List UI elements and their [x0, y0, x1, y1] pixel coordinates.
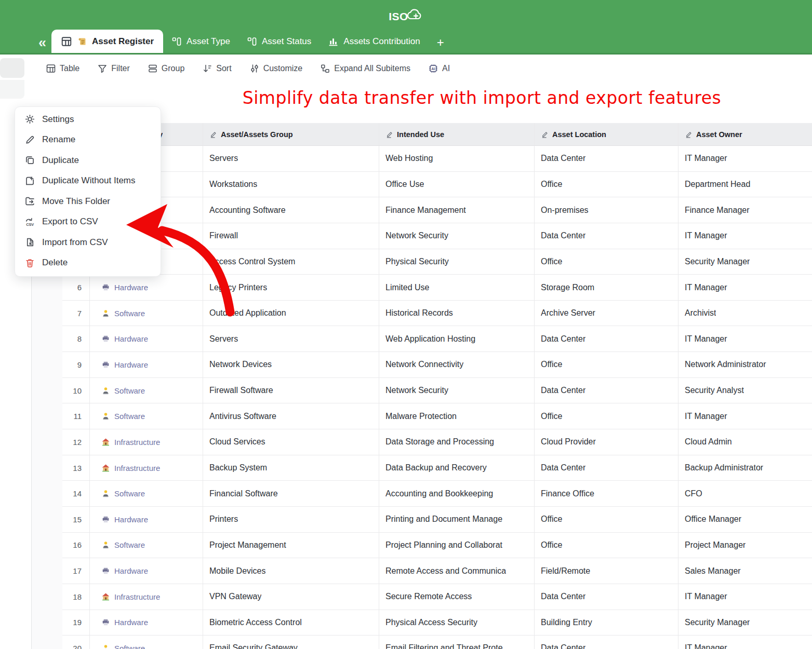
cell-asset-location[interactable]: Data Center: [534, 378, 678, 404]
cell-intended-use[interactable]: Limited Use: [379, 275, 534, 301]
cell-asset-category[interactable]: Software: [89, 403, 203, 429]
cell-asset-group[interactable]: Network Devices: [203, 352, 379, 378]
cell-asset-location[interactable]: Office: [534, 533, 678, 559]
cell-intended-use[interactable]: Web Hosting: [379, 146, 534, 172]
row-number[interactable]: 18: [62, 584, 89, 610]
left-rail-tile[interactable]: [0, 80, 24, 99]
cell-asset-location[interactable]: Office: [534, 507, 678, 533]
cell-intended-use[interactable]: Network Connectivity: [379, 352, 534, 378]
cell-asset-location[interactable]: On-premises: [534, 197, 678, 223]
cell-asset-owner[interactable]: IT Manager: [678, 146, 812, 172]
menu-item-move-this-folder[interactable]: Move This Folder: [15, 191, 161, 212]
cell-asset-category[interactable]: Software: [89, 636, 203, 649]
cell-asset-category[interactable]: Hardware: [89, 610, 203, 636]
cell-asset-group[interactable]: Project Management: [203, 533, 379, 559]
row-number[interactable]: 17: [62, 558, 89, 584]
cell-asset-group[interactable]: Workstations: [203, 172, 379, 198]
tab-assets-contribution[interactable]: Assets Contribution: [320, 30, 428, 53]
row-number[interactable]: 8: [62, 326, 89, 352]
cell-asset-owner[interactable]: Backup Administrator: [678, 455, 812, 481]
cell-intended-use[interactable]: Physical Security: [379, 249, 534, 275]
cell-asset-location[interactable]: Building Entry: [534, 610, 678, 636]
cell-intended-use[interactable]: Accounting and Bookkeeping: [379, 481, 534, 507]
row-number[interactable]: 13: [62, 455, 89, 481]
row-number[interactable]: 7: [62, 301, 89, 327]
cell-asset-owner[interactable]: CFO: [678, 481, 812, 507]
cell-intended-use[interactable]: Email Filtering and Threat Prote: [379, 636, 534, 649]
toolbar-ai-button[interactable]: AIAI: [428, 63, 450, 74]
cell-asset-owner[interactable]: Network Administrator: [678, 352, 812, 378]
cell-intended-use[interactable]: Office Use: [379, 172, 534, 198]
cell-asset-group[interactable]: Printers: [203, 507, 379, 533]
cell-asset-location[interactable]: Data Center: [534, 636, 678, 649]
add-tab-button[interactable]: +: [437, 36, 444, 49]
cell-intended-use[interactable]: Web Application Hosting: [379, 326, 534, 352]
column-header-intended-use[interactable]: Intended Use: [379, 123, 534, 146]
cell-asset-owner[interactable]: Department Head: [678, 172, 812, 198]
cell-asset-location[interactable]: Cloud Provider: [534, 429, 678, 455]
toolbar-expand-all-subitems-button[interactable]: Expand All Subitems: [320, 63, 410, 74]
menu-item-export-to-csv[interactable]: CSVExport to CSV: [15, 212, 161, 233]
cell-asset-group[interactable]: Antivirus Software: [203, 403, 379, 429]
cell-asset-owner[interactable]: Archivist: [678, 301, 812, 327]
cell-intended-use[interactable]: Secure Remote Access: [379, 584, 534, 610]
cell-asset-category[interactable]: Hardware: [89, 558, 203, 584]
cell-asset-group[interactable]: Servers: [203, 146, 379, 172]
cell-asset-group[interactable]: Accounting Software: [203, 197, 379, 223]
tab-asset-status[interactable]: Asset Status: [238, 30, 320, 53]
cell-asset-owner[interactable]: Security Manager: [678, 249, 812, 275]
cell-asset-owner[interactable]: IT Manager: [678, 584, 812, 610]
cell-asset-owner[interactable]: IT Manager: [678, 275, 812, 301]
cell-asset-owner[interactable]: Security Manager: [678, 610, 812, 636]
row-number[interactable]: 15: [62, 507, 89, 533]
cell-intended-use[interactable]: Finance Management: [379, 197, 534, 223]
row-number[interactable]: 19: [62, 610, 89, 636]
cell-asset-group[interactable]: Access Control System: [203, 249, 379, 275]
cell-asset-group[interactable]: Biometric Access Control: [203, 610, 379, 636]
row-number[interactable]: 6: [62, 275, 89, 301]
menu-item-delete[interactable]: Delete: [15, 253, 161, 274]
row-number[interactable]: 10: [62, 378, 89, 404]
cell-asset-category[interactable]: Software: [89, 378, 203, 404]
toolbar-table-button[interactable]: Table: [46, 63, 79, 74]
row-number[interactable]: 12: [62, 429, 89, 455]
cell-asset-group[interactable]: Outdated Application: [203, 301, 379, 327]
cell-asset-category[interactable]: Infrastructure: [89, 455, 203, 481]
column-header-asset-assets-group[interactable]: Asset/Assets Group: [203, 123, 379, 146]
cell-asset-group[interactable]: Servers: [203, 326, 379, 352]
cell-asset-location[interactable]: Office: [534, 352, 678, 378]
cell-asset-category[interactable]: Software: [89, 301, 203, 327]
cell-asset-category[interactable]: Hardware: [89, 275, 203, 301]
row-number[interactable]: 11: [62, 403, 89, 429]
toolbar-group-button[interactable]: Group: [148, 63, 184, 74]
cell-asset-group[interactable]: Firewall Software: [203, 378, 379, 404]
cell-asset-owner[interactable]: Project Manager: [678, 533, 812, 559]
cell-asset-group[interactable]: VPN Gateway: [203, 584, 379, 610]
cell-asset-owner[interactable]: Cloud Admin: [678, 429, 812, 455]
toolbar-customize-button[interactable]: Customize: [249, 63, 303, 74]
cell-asset-location[interactable]: Office: [534, 172, 678, 198]
collapse-sidebar-button[interactable]: «: [38, 36, 45, 50]
cell-intended-use[interactable]: Printing and Document Manage: [379, 507, 534, 533]
cell-intended-use[interactable]: Data Storage and Processing: [379, 429, 534, 455]
cell-intended-use[interactable]: Remote Access and Communica: [379, 558, 534, 584]
tab-asset-register[interactable]: Asset Register: [51, 30, 163, 53]
cell-intended-use[interactable]: Data Backup and Recovery: [379, 455, 534, 481]
cell-asset-group[interactable]: Financial Software: [203, 481, 379, 507]
toolbar-sort-button[interactable]: Sort: [202, 63, 231, 74]
cell-asset-category[interactable]: Infrastructure: [89, 429, 203, 455]
cell-asset-group[interactable]: Firewall: [203, 223, 379, 249]
row-number[interactable]: 9: [62, 352, 89, 378]
column-header-asset-owner[interactable]: Asset Owner: [678, 123, 812, 146]
cell-asset-group[interactable]: Cloud Services: [203, 429, 379, 455]
cell-asset-location[interactable]: Field/Remote: [534, 558, 678, 584]
cell-asset-location[interactable]: Data Center: [534, 146, 678, 172]
cell-intended-use[interactable]: Physical Access Security: [379, 610, 534, 636]
cell-asset-group[interactable]: Legacy Printers: [203, 275, 379, 301]
cell-asset-owner[interactable]: Sales Manager: [678, 558, 812, 584]
cell-asset-owner[interactable]: IT Manager: [678, 326, 812, 352]
cell-asset-owner[interactable]: IT Manager: [678, 223, 812, 249]
menu-item-settings[interactable]: Settings: [15, 109, 161, 130]
cell-intended-use[interactable]: Malware Protection: [379, 403, 534, 429]
row-number[interactable]: 20: [62, 636, 89, 649]
